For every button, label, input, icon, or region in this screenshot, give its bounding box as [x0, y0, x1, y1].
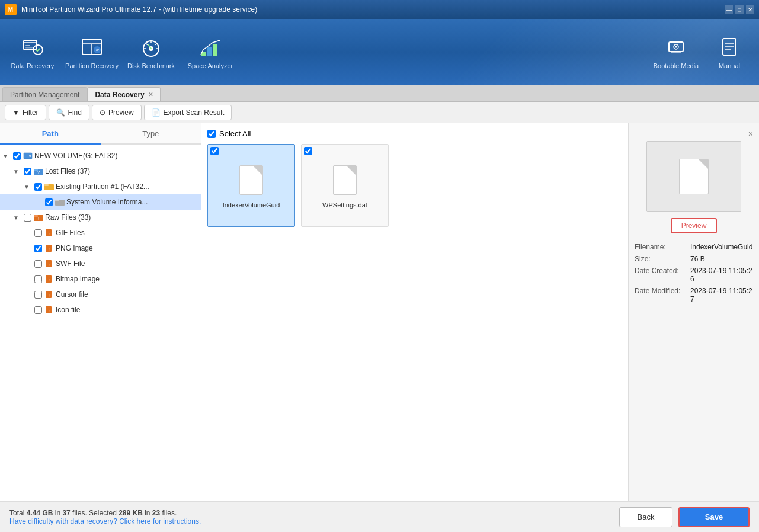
tree-check[interactable]: [33, 243, 43, 253]
preview-file-icon: [679, 159, 709, 194]
preview-action-button[interactable]: Preview: [671, 218, 718, 233]
tree-item-system-volume[interactable]: System Volume Informa...: [0, 194, 201, 210]
tab-data-recovery[interactable]: Data Recovery ✕: [87, 87, 160, 101]
svg-text:!: !: [49, 232, 49, 236]
svg-text:!: !: [49, 278, 49, 282]
save-button[interactable]: Save: [678, 507, 750, 527]
statusbar: Total 4.44 GB in 37 files. Selected 289 …: [0, 501, 759, 532]
tree-check[interactable]: [12, 151, 21, 161]
back-button[interactable]: Back: [619, 507, 672, 527]
file-orange-icon: !: [44, 259, 55, 268]
tree-check[interactable]: [23, 166, 32, 176]
titlebar-controls[interactable]: — □ ✕: [725, 5, 754, 14]
help-link[interactable]: Have difficulty with data recovery? Clic…: [9, 517, 201, 525]
toolbar-manual-label: Manual: [719, 62, 740, 69]
tree-item-raw-files[interactable]: ▼ ! Raw Files (33): [0, 210, 201, 225]
tab-data-recovery-label: Data Recovery: [95, 91, 144, 99]
svg-rect-9: [207, 47, 212, 56]
svg-point-17: [29, 155, 31, 157]
tree-item-label: PNG Image: [56, 244, 196, 252]
tabbar: Partition Management Data Recovery ✕: [0, 85, 759, 102]
preview-icon: ⊙: [100, 108, 105, 117]
select-all-row: Select All: [207, 129, 622, 138]
tree-item-new-volume[interactable]: ▼ NEW VOLUME(G: FAT32): [0, 148, 201, 164]
files-grid: IndexerVolumeGuid WPSettings.dat: [207, 144, 622, 227]
status-buttons: Back Save: [619, 507, 750, 527]
tree-item-cursor-file[interactable]: ! Cursor file: [0, 287, 201, 302]
bootable-media-icon: [664, 35, 688, 59]
tree-item-lost-files[interactable]: ▼ ? Lost Files (37): [0, 164, 201, 179]
tree-panel: Path Type ▼ NEW VOLUME(G: FAT32): [0, 123, 201, 501]
tree-item-icon-file[interactable]: ! Icon file: [0, 302, 201, 318]
svg-rect-12: [671, 52, 681, 53]
select-all-checkbox[interactable]: [207, 130, 216, 138]
tree-check[interactable]: [33, 259, 43, 268]
toolbar-disk-benchmark[interactable]: Disk Benchmark: [124, 25, 178, 79]
preview-size-row: Size: 76 B: [635, 255, 753, 263]
file-name: IndexerVolumeGuid: [220, 201, 283, 209]
svg-rect-24: [55, 200, 59, 201]
file-orange-icon: !: [44, 274, 55, 284]
type-tab[interactable]: Type: [101, 123, 201, 145]
tree-check[interactable]: [33, 290, 43, 299]
preview-filename-value: IndexerVolumeGuid: [690, 243, 752, 251]
svg-rect-15: [723, 39, 736, 55]
manual-icon: [718, 35, 741, 59]
minimize-button[interactable]: —: [725, 5, 733, 14]
tree-check[interactable]: [33, 305, 43, 315]
status-text-line1: Total 4.44 GB in 37 files. Selected 289 …: [9, 509, 201, 517]
filter-button[interactable]: ▼ Filter: [5, 105, 46, 120]
file-item-indexer-volume-guid[interactable]: IndexerVolumeGuid: [207, 144, 295, 227]
toolbar-right: Bootable Media Manual: [652, 25, 753, 79]
tree-check[interactable]: [44, 197, 53, 207]
svg-text:!: !: [49, 263, 49, 267]
preview-button[interactable]: ⊙ Preview: [92, 105, 142, 120]
tree-check[interactable]: [33, 182, 43, 191]
folder-yellow-icon: [44, 182, 55, 191]
preview-date-modified-row: Date Modified: 2023-07-19 11:05:27: [635, 287, 753, 303]
preview-close-button[interactable]: ×: [748, 129, 753, 139]
total-size: 4.44 GB: [27, 509, 53, 517]
tree-check[interactable]: [33, 274, 43, 284]
tab-partition-management[interactable]: Partition Management: [2, 87, 87, 101]
preview-filename-row: Filename: IndexerVolumeGuid: [635, 243, 753, 251]
tab-data-recovery-close[interactable]: ✕: [148, 91, 153, 98]
find-button[interactable]: 🔍 Find: [49, 105, 89, 120]
export-scan-result-button[interactable]: 📄 Export Scan Result: [144, 105, 232, 120]
preview-size-value: 76 B: [690, 255, 705, 263]
svg-rect-2: [25, 45, 30, 46]
filter-icon: ▼: [12, 108, 20, 117]
preview-panel: × Preview Filename: IndexerVolumeGuid Si…: [629, 123, 759, 501]
tree-item-existing-partition[interactable]: ▼ Existing Partition #1 (FAT32...: [0, 179, 201, 194]
preview-date-created-label: Date Created:: [635, 267, 688, 283]
svg-text:!: !: [49, 294, 49, 297]
toolbar-space-analyzer[interactable]: Space Analyzer: [184, 25, 237, 79]
folder-gray-icon: [55, 197, 65, 207]
maximize-button[interactable]: □: [735, 5, 744, 14]
toolbar-data-recovery-label: Data Recovery: [11, 62, 55, 69]
file-checkbox[interactable]: [304, 147, 312, 158]
svg-rect-26: [34, 215, 38, 217]
tree-item-swf-file[interactable]: ! SWF File: [0, 256, 201, 271]
close-button[interactable]: ✕: [746, 5, 754, 14]
tree-check[interactable]: [23, 213, 32, 222]
path-tab[interactable]: Path: [0, 123, 101, 145]
svg-text:!: !: [49, 248, 49, 251]
toolbar-partition-recovery[interactable]: Partition Recovery: [65, 25, 119, 79]
files2-label: files.: [160, 509, 177, 517]
toolbar-space-analyzer-label: Space Analyzer: [188, 62, 233, 69]
tree-item-png-image[interactable]: ! PNG Image: [0, 241, 201, 256]
file-checkbox[interactable]: [210, 147, 219, 158]
toolbar-data-recovery[interactable]: Data Recovery: [6, 25, 59, 79]
tree-item-gif-files[interactable]: ! GIF Files: [0, 225, 201, 241]
tree-check[interactable]: [33, 228, 43, 238]
preview-date-modified-value: 2023-07-19 11:05:27: [690, 287, 753, 303]
toolbar-manual[interactable]: Manual: [706, 25, 753, 79]
select-all-label: Select All: [219, 129, 251, 138]
file-item-wpsettings-dat[interactable]: WPSettings.dat: [301, 144, 389, 227]
toolbar-bootable-media-label: Bootable Media: [654, 62, 699, 69]
toolbar-bootable-media[interactable]: Bootable Media: [652, 25, 700, 79]
svg-text:?: ?: [37, 169, 40, 175]
tree-item-bitmap-image[interactable]: ! Bitmap Image: [0, 271, 201, 287]
preview-date-created-row: Date Created: 2023-07-19 11:05:26: [635, 267, 753, 283]
